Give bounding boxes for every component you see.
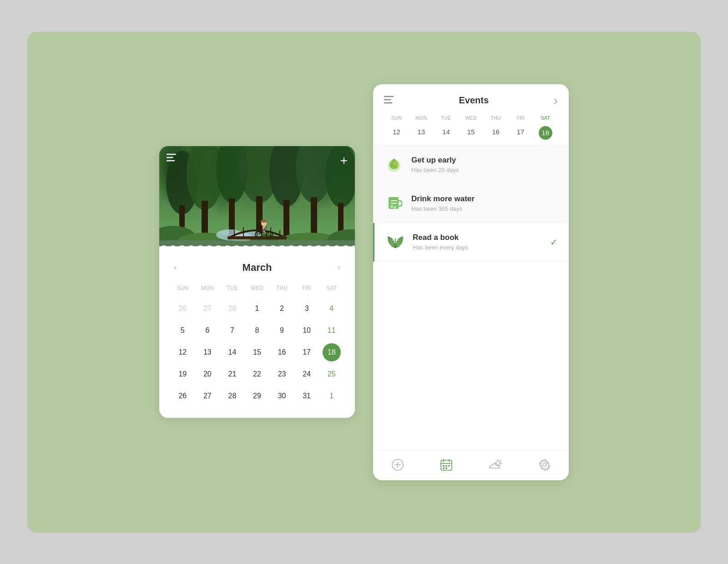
cal-cell[interactable]: 20 [198, 365, 217, 383]
cal-cell[interactable]: 4 [323, 300, 341, 318]
day-label-mon: MON [195, 283, 220, 293]
cal-cell[interactable]: 22 [248, 365, 266, 383]
mini-day-mon: MON [409, 115, 434, 121]
cal-cell[interactable]: 14 [223, 343, 241, 361]
day-label-tue: TUE [220, 283, 245, 293]
app-container: + ‹ March › SUN MON TUE WED THU FRI [27, 32, 701, 533]
cal-cell[interactable]: 29 [248, 387, 266, 405]
nav-weather-button[interactable] [489, 459, 502, 471]
nav-add-button[interactable] [391, 458, 404, 471]
cal-cell[interactable]: 27 [198, 387, 217, 405]
cal-cell[interactable]: 12 [173, 343, 192, 361]
calendar-day-headers: SUN MON TUE WED THU FRI SAT [170, 283, 344, 293]
day-label-sun: SUN [170, 283, 195, 293]
event-info: Get up early Has been 20 days [411, 156, 558, 173]
svg-rect-68 [445, 465, 447, 467]
day-label-sat: SAT [319, 283, 344, 293]
cal-cell[interactable]: 31 [298, 387, 316, 405]
menu-icon[interactable] [167, 153, 177, 164]
nav-settings-button[interactable] [538, 458, 551, 471]
calendar-week-2: 5 6 7 8 9 10 11 [170, 320, 344, 341]
svg-rect-67 [443, 465, 445, 467]
calendar-header-image: + [159, 146, 355, 246]
svg-point-52 [394, 206, 396, 209]
cal-cell[interactable]: 24 [298, 365, 316, 383]
cal-cell[interactable]: 8 [248, 321, 266, 340]
cal-cell[interactable]: 28 [223, 300, 241, 318]
svg-rect-22 [228, 236, 287, 239]
mini-date[interactable]: 17 [508, 126, 533, 140]
cal-cell[interactable]: 3 [298, 300, 316, 318]
mini-date[interactable]: 13 [409, 126, 434, 140]
cal-cell[interactable]: 19 [173, 365, 192, 383]
cal-cell[interactable]: 13 [198, 343, 217, 361]
svg-point-51 [390, 205, 393, 208]
cal-cell-today[interactable]: 18 [323, 343, 341, 361]
cal-cell[interactable]: 1 [323, 387, 341, 405]
cal-cell[interactable]: 1 [248, 300, 266, 318]
next-month-button[interactable]: › [334, 261, 344, 274]
event-checkmark: ✓ [550, 237, 558, 248]
events-header: Events › [373, 84, 569, 115]
cal-cell[interactable]: 10 [298, 321, 316, 340]
event-streak: Has been 20 days [411, 167, 558, 173]
cal-cell[interactable]: 21 [223, 365, 241, 383]
mini-date[interactable]: 12 [384, 126, 409, 140]
events-menu-icon[interactable] [384, 96, 394, 106]
event-item-drink-water[interactable]: Drink more water Has been 365 days [373, 184, 569, 223]
calendar-week-5: 26 27 28 29 30 31 1 [170, 385, 344, 407]
calendar-week-3: 12 13 14 15 16 17 18 [170, 341, 344, 363]
cal-cell[interactable]: 26 [173, 387, 192, 405]
mini-day-thu: THU [483, 115, 508, 121]
mini-date[interactable]: 15 [459, 126, 484, 140]
add-icon[interactable]: + [340, 153, 348, 168]
cal-cell[interactable]: 15 [248, 343, 266, 361]
cal-cell[interactable]: 11 [323, 321, 341, 340]
cal-cell[interactable]: 6 [198, 321, 217, 340]
event-icon-cup [384, 193, 404, 213]
calendar-body: ‹ March › SUN MON TUE WED THU FRI SAT 26… [159, 254, 355, 418]
event-streak: Has been every days [413, 244, 543, 251]
events-next-arrow[interactable]: › [554, 93, 558, 108]
mini-date[interactable]: 16 [483, 126, 508, 140]
events-title: Events [459, 95, 489, 106]
cal-cell[interactable]: 9 [273, 321, 291, 340]
mini-dates-row: 12 13 14 15 16 17 18 [373, 124, 569, 145]
mini-day-sat: SAT [533, 115, 558, 121]
day-label-thu: THU [269, 283, 294, 293]
calendar-week-1: 26 27 28 1 2 3 4 [170, 298, 344, 320]
mini-day-wed: WED [459, 115, 484, 121]
mini-date-today[interactable]: 18 [539, 126, 552, 140]
event-name: Drink more water [411, 194, 558, 203]
cal-cell[interactable]: 26 [173, 300, 192, 318]
svg-rect-70 [443, 467, 445, 469]
cal-cell[interactable]: 17 [298, 343, 316, 361]
svg-point-30 [260, 220, 268, 223]
cal-cell[interactable]: 28 [223, 387, 241, 405]
cal-cell[interactable]: 25 [323, 365, 341, 383]
month-title: March [243, 262, 272, 274]
cal-cell[interactable]: 27 [198, 300, 217, 318]
event-item-read-book[interactable]: Read a book Has been every days ✓ [373, 223, 569, 262]
event-icon-bird [384, 155, 404, 175]
cal-cell[interactable]: 30 [273, 387, 291, 405]
svg-point-47 [395, 163, 396, 164]
cal-cell[interactable]: 5 [173, 321, 192, 340]
calendar-navigation: ‹ March › [170, 261, 344, 274]
mini-day-sun: SUN [384, 115, 409, 121]
cal-cell[interactable]: 23 [273, 365, 291, 383]
spacer [373, 298, 569, 451]
scallop-divider [159, 246, 355, 254]
event-item-get-up-early[interactable]: Get up early Has been 20 days [373, 146, 569, 184]
mini-calendar-header: SUN MON TUE WED THU FRI SAT [373, 115, 569, 124]
event-info: Drink more water Has been 365 days [411, 194, 558, 212]
prev-month-button[interactable]: ‹ [170, 261, 180, 274]
cal-cell[interactable]: 16 [273, 343, 291, 361]
bottom-navigation [373, 451, 569, 480]
mini-date[interactable]: 14 [434, 126, 459, 140]
cal-cell[interactable]: 7 [223, 321, 241, 340]
day-label-wed: WED [245, 283, 270, 293]
nav-calendar-button[interactable] [440, 458, 453, 471]
cal-cell[interactable]: 2 [273, 300, 291, 318]
event-name: Get up early [411, 156, 558, 165]
